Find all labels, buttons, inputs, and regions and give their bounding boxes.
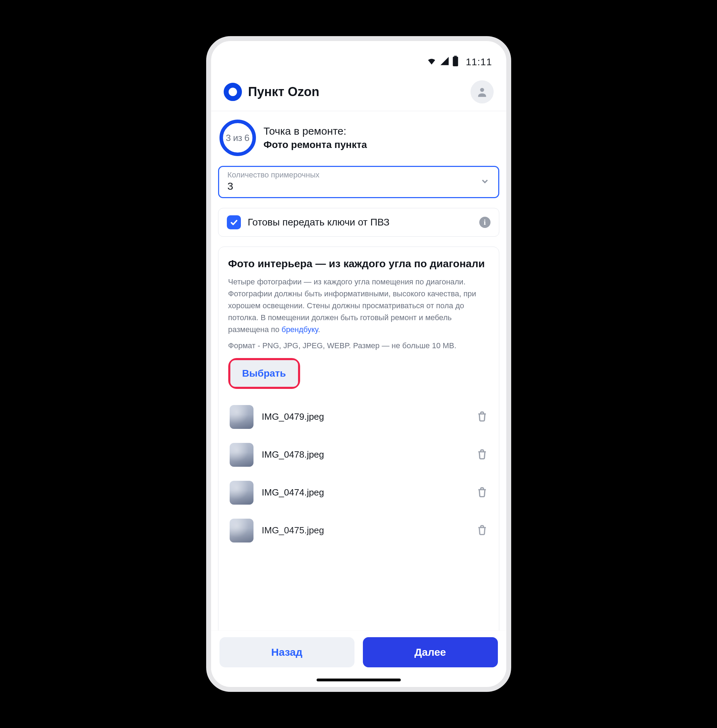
- back-button[interactable]: Назад: [220, 637, 354, 667]
- fitting-rooms-label: Количество примерочных: [227, 171, 490, 180]
- content: 3 из 6 Точка в ремонте: Фото ремонта пун…: [211, 111, 506, 687]
- step-supertitle: Точка в ремонте:: [264, 125, 367, 137]
- trash-icon: [476, 486, 488, 498]
- step-copy: Точка в ремонте: Фото ремонта пункта: [264, 125, 367, 150]
- file-name: IMG_0479.jpeg: [262, 411, 468, 422]
- keys-label: Готовы передать ключи от ПВЗ: [248, 217, 472, 228]
- fitting-rooms-select[interactable]: Количество примерочных 3: [218, 166, 499, 198]
- file-row: IMG_0479.jpeg: [228, 398, 489, 436]
- file-thumbnail: [230, 443, 253, 467]
- profile-button[interactable]: [470, 80, 494, 104]
- svg-rect-1: [453, 56, 458, 66]
- file-name: IMG_0474.jpeg: [262, 487, 468, 498]
- info-icon[interactable]: i: [479, 217, 491, 228]
- status-time: 11:11: [465, 56, 492, 68]
- cellular-icon: [440, 56, 450, 69]
- battery-icon: [452, 56, 459, 69]
- next-button[interactable]: Далее: [363, 637, 498, 667]
- step-progress-label: 3 из 6: [226, 133, 249, 143]
- file-row: IMG_0478.jpeg: [228, 436, 489, 474]
- ozon-logo-icon: [224, 83, 242, 101]
- step-subtitle: Фото ремонта пункта: [264, 139, 367, 150]
- phone-frame: 11:11 Пункт Ozon 3 из 6 Точка в ремонте:…: [206, 36, 511, 692]
- delete-file-button[interactable]: [476, 524, 488, 537]
- svg-point-2: [480, 88, 484, 92]
- person-icon: [476, 86, 488, 98]
- choose-button-highlight: Выбрать: [228, 358, 300, 389]
- check-icon: [230, 218, 238, 227]
- file-row: IMG_0475.jpeg: [228, 512, 489, 549]
- upload-format-hint: Формат - PNG, JPG, JPEG, WEBP. Размер — …: [228, 341, 489, 350]
- file-thumbnail: [230, 405, 253, 429]
- delete-file-button[interactable]: [476, 486, 488, 499]
- upload-desc-text: Четыре фотографии — из каждого угла поме…: [228, 278, 476, 334]
- trash-icon: [476, 449, 488, 460]
- step-indicator: 3 из 6 Точка в ремонте: Фото ремонта пун…: [218, 118, 499, 156]
- upload-card: Фото интерьера — из каждого угла по диаг…: [218, 247, 499, 687]
- file-name: IMG_0475.jpeg: [262, 525, 468, 536]
- delete-file-button[interactable]: [476, 411, 488, 423]
- trash-icon: [476, 411, 488, 422]
- file-name: IMG_0478.jpeg: [262, 449, 468, 460]
- file-row: IMG_0474.jpeg: [228, 474, 489, 512]
- keys-checkbox-row[interactable]: Готовы передать ключи от ПВЗ i: [218, 208, 499, 237]
- home-indicator[interactable]: [317, 679, 401, 681]
- trash-icon: [476, 524, 488, 536]
- choose-file-button[interactable]: Выбрать: [230, 360, 298, 387]
- app-title: Пункт Ozon: [248, 84, 464, 99]
- brandbook-link[interactable]: брендбуку: [282, 325, 318, 334]
- delete-file-button[interactable]: [476, 449, 488, 461]
- step-progress-circle: 3 из 6: [220, 120, 256, 156]
- chevron-down-icon: [480, 176, 490, 188]
- upload-description: Четыре фотографии — из каждого угла поме…: [228, 276, 489, 336]
- upload-title: Фото интерьера — из каждого угла по диаг…: [228, 257, 489, 271]
- wifi-icon: [426, 56, 437, 69]
- status-bar: 11:11: [211, 41, 506, 73]
- keys-checkbox[interactable]: [227, 215, 241, 229]
- fitting-rooms-value: 3: [227, 180, 490, 192]
- file-thumbnail: [230, 519, 253, 542]
- file-thumbnail: [230, 481, 253, 505]
- app-header: Пункт Ozon: [211, 73, 506, 111]
- upload-desc-suffix: .: [318, 325, 320, 334]
- svg-rect-0: [455, 56, 457, 57]
